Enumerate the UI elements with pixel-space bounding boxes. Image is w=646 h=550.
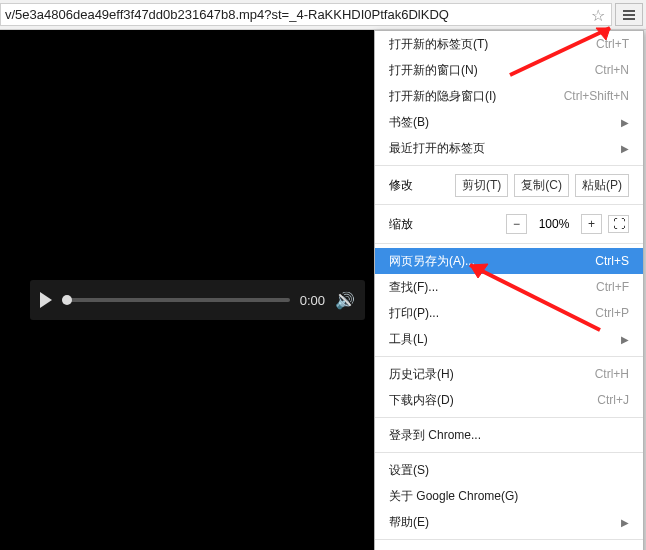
menu-edit-row: 修改 剪切(T) 复制(C) 粘贴(P) xyxy=(375,170,643,200)
menu-separator xyxy=(375,539,643,540)
menu-label: 缩放 xyxy=(389,216,500,233)
menu-downloads[interactable]: 下载内容(D) Ctrl+J xyxy=(375,387,643,413)
menu-label: 查找(F)... xyxy=(389,279,596,296)
video-seek-slider[interactable] xyxy=(62,298,290,302)
menu-shortcut: Ctrl+F xyxy=(596,280,629,294)
menu-separator xyxy=(375,356,643,357)
menu-label: 网页另存为(A)... xyxy=(389,253,595,270)
menu-new-tab[interactable]: 打开新的标签页(T) Ctrl+T xyxy=(375,31,643,57)
menu-tools[interactable]: 工具(L) ▶ xyxy=(375,326,643,352)
menu-incognito[interactable]: 打开新的隐身窗口(I) Ctrl+Shift+N xyxy=(375,83,643,109)
menu-help[interactable]: 帮助(E) ▶ xyxy=(375,509,643,535)
address-bar[interactable]: v/5e3a4806dea49eff3f47dd0b231647b8.mp4?s… xyxy=(0,3,612,26)
menu-separator xyxy=(375,204,643,205)
url-text: v/5e3a4806dea49eff3f47dd0b231647b8.mp4?s… xyxy=(5,7,449,22)
chevron-right-icon: ▶ xyxy=(621,517,629,528)
menu-shortcut: Ctrl+H xyxy=(595,367,629,381)
menu-label: 下载内容(D) xyxy=(389,392,597,409)
fullscreen-icon[interactable]: ⛶ xyxy=(608,215,629,233)
menu-print[interactable]: 打印(P)... Ctrl+P xyxy=(375,300,643,326)
zoom-percent: 100% xyxy=(533,217,575,231)
browser-toolbar: v/5e3a4806dea49eff3f47dd0b231647b8.mp4?s… xyxy=(0,0,646,30)
zoom-in-button[interactable]: + xyxy=(581,214,602,234)
menu-label: 打开新的窗口(N) xyxy=(389,62,595,79)
bookmark-star-icon[interactable]: ☆ xyxy=(589,6,607,24)
menu-find[interactable]: 查找(F)... Ctrl+F xyxy=(375,274,643,300)
menu-label: 打开新的标签页(T) xyxy=(389,36,596,53)
menu-label: 登录到 Chrome... xyxy=(389,427,629,444)
video-controls: 0:00 🔊 xyxy=(30,280,365,320)
menu-shortcut: Ctrl+N xyxy=(595,63,629,77)
video-time: 0:00 xyxy=(300,293,325,308)
menu-label: 修改 xyxy=(389,177,449,194)
chevron-right-icon: ▶ xyxy=(621,143,629,154)
menu-label: 打印(P)... xyxy=(389,305,595,322)
cut-button[interactable]: 剪切(T) xyxy=(455,174,508,197)
menu-separator xyxy=(375,417,643,418)
menu-bookmarks[interactable]: 书签(B) ▶ xyxy=(375,109,643,135)
chrome-main-menu: 打开新的标签页(T) Ctrl+T 打开新的窗口(N) Ctrl+N 打开新的隐… xyxy=(374,30,644,550)
menu-label: 打开新的隐身窗口(I) xyxy=(389,88,564,105)
svg-rect-2 xyxy=(623,18,635,20)
menu-history[interactable]: 历史记录(H) Ctrl+H xyxy=(375,361,643,387)
menu-label: 关于 Google Chrome(G) xyxy=(389,488,629,505)
menu-label: 设置(S) xyxy=(389,462,629,479)
menu-settings[interactable]: 设置(S) xyxy=(375,457,643,483)
mute-icon[interactable]: 🔊 xyxy=(335,291,355,310)
menu-shortcut: Ctrl+J xyxy=(597,393,629,407)
menu-signin[interactable]: 登录到 Chrome... xyxy=(375,422,643,448)
menu-new-window[interactable]: 打开新的窗口(N) Ctrl+N xyxy=(375,57,643,83)
zoom-out-button[interactable]: − xyxy=(506,214,527,234)
menu-about[interactable]: 关于 Google Chrome(G) xyxy=(375,483,643,509)
menu-shortcut: Ctrl+T xyxy=(596,37,629,51)
menu-recent-tabs[interactable]: 最近打开的标签页 ▶ xyxy=(375,135,643,161)
menu-label: 书签(B) xyxy=(389,114,613,131)
copy-button[interactable]: 复制(C) xyxy=(514,174,569,197)
hamburger-icon xyxy=(621,7,637,23)
menu-shortcut: Ctrl+S xyxy=(595,254,629,268)
paste-button[interactable]: 粘贴(P) xyxy=(575,174,629,197)
menu-zoom-row: 缩放 − 100% + ⛶ xyxy=(375,209,643,239)
menu-label: 工具(L) xyxy=(389,331,613,348)
menu-shortcut: Ctrl+Shift+N xyxy=(564,89,629,103)
menu-shortcut: Ctrl+P xyxy=(595,306,629,320)
svg-rect-0 xyxy=(623,10,635,12)
chevron-right-icon: ▶ xyxy=(621,117,629,128)
menu-label: 帮助(E) xyxy=(389,514,613,531)
menu-label: 最近打开的标签页 xyxy=(389,140,613,157)
menu-exit[interactable]: 退出(X) Ctrl+Shift+Q xyxy=(375,544,643,550)
menu-separator xyxy=(375,243,643,244)
hamburger-menu-button[interactable] xyxy=(615,3,643,26)
video-area: 0:00 🔊 xyxy=(0,30,375,550)
menu-separator xyxy=(375,452,643,453)
menu-save-as[interactable]: 网页另存为(A)... Ctrl+S xyxy=(375,248,643,274)
play-icon[interactable] xyxy=(40,292,52,308)
menu-label: 历史记录(H) xyxy=(389,366,595,383)
chevron-right-icon: ▶ xyxy=(621,334,629,345)
menu-separator xyxy=(375,165,643,166)
svg-rect-1 xyxy=(623,14,635,16)
